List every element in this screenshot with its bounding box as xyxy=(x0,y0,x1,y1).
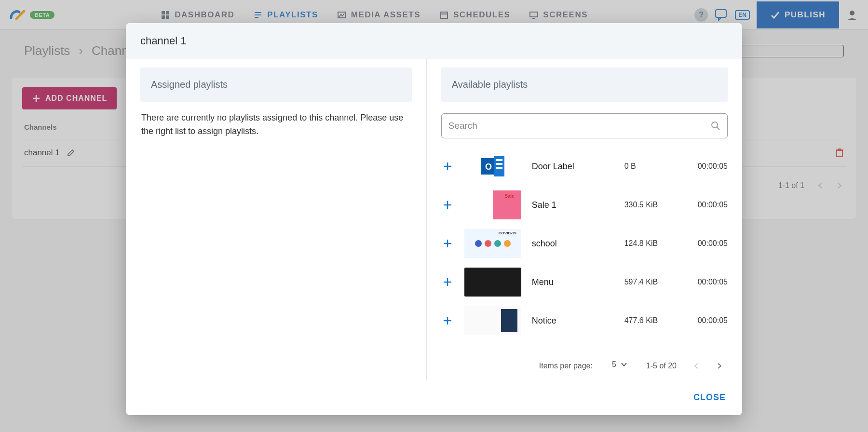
add-playlist-button[interactable] xyxy=(441,277,454,287)
pagination-range: 1-5 of 20 xyxy=(646,362,677,370)
available-next-page[interactable] xyxy=(716,363,723,369)
available-search-input[interactable] xyxy=(448,121,711,131)
modal-footer: CLOSE xyxy=(126,380,742,415)
playlist-name: Notice xyxy=(532,316,614,326)
svg-rect-28 xyxy=(496,167,502,169)
items-per-page-value: 5 xyxy=(612,360,616,369)
available-item: Sale 1 330.5 KiB 00:00:05 xyxy=(441,186,728,224)
playlist-size: 0 B xyxy=(624,162,687,171)
modal-title: channel 1 xyxy=(126,23,742,59)
channel-playlists-modal: channel 1 Assigned playlists There are c… xyxy=(126,23,742,415)
modal-overlay: channel 1 Assigned playlists There are c… xyxy=(0,0,868,432)
available-playlist-list: O Door Label 0 B 00:00:05 Sale 1 330.5 K… xyxy=(441,147,728,340)
assigned-playlists-panel: Assigned playlists There are currently n… xyxy=(126,59,427,380)
playlist-thumbnail xyxy=(464,190,521,219)
available-title: Available playlists xyxy=(441,68,728,102)
add-playlist-button[interactable] xyxy=(441,200,454,210)
playlist-size: 597.4 KiB xyxy=(624,278,687,286)
svg-rect-26 xyxy=(496,159,502,161)
add-playlist-button[interactable] xyxy=(441,161,454,172)
playlist-thumbnail: O xyxy=(464,152,521,181)
svg-rect-27 xyxy=(496,163,502,165)
playlist-size: 124.8 KiB xyxy=(624,239,687,248)
available-search[interactable] xyxy=(441,113,728,138)
svg-point-19 xyxy=(712,122,718,128)
playlist-duration: 00:00:05 xyxy=(698,201,728,209)
playlist-duration: 00:00:05 xyxy=(698,239,728,248)
playlist-name: Sale 1 xyxy=(532,200,614,210)
playlist-duration: 00:00:05 xyxy=(698,278,728,286)
items-per-page-label: Items per page: xyxy=(539,362,593,370)
svg-line-20 xyxy=(717,127,719,130)
playlist-duration: 00:00:05 xyxy=(698,316,728,325)
available-item: Notice 477.6 KiB 00:00:05 xyxy=(441,301,728,340)
search-icon xyxy=(711,121,720,131)
available-item: school 124.8 KiB 00:00:05 xyxy=(441,224,728,263)
available-playlists-panel: Available playlists O Door Label 0 B 00:… xyxy=(427,59,742,380)
available-item: Menu 597.4 KiB 00:00:05 xyxy=(441,263,728,301)
playlist-name: Door Label xyxy=(532,162,614,172)
add-playlist-button[interactable] xyxy=(441,315,454,326)
assigned-title: Assigned playlists xyxy=(140,68,412,102)
available-item: O Door Label 0 B 00:00:05 xyxy=(441,147,728,186)
playlist-name: Menu xyxy=(532,277,614,287)
svg-text:O: O xyxy=(485,162,492,172)
playlist-size: 477.6 KiB xyxy=(624,316,687,325)
playlist-thumbnail xyxy=(464,306,521,335)
close-button[interactable]: CLOSE xyxy=(693,392,726,403)
assigned-empty-message: There are currently no playlists assigne… xyxy=(140,102,412,148)
playlist-size: 330.5 KiB xyxy=(624,201,687,209)
playlist-duration: 00:00:05 xyxy=(698,162,728,171)
add-playlist-button[interactable] xyxy=(441,238,454,249)
available-pagination: Items per page: 5 1-5 of 20 xyxy=(441,340,728,371)
playlist-name: school xyxy=(532,239,614,249)
playlist-thumbnail xyxy=(464,268,521,297)
items-per-page-select[interactable]: 5 xyxy=(609,360,630,371)
playlist-thumbnail xyxy=(464,229,521,258)
available-prev-page[interactable] xyxy=(693,363,700,369)
chevron-down-icon xyxy=(621,362,627,367)
